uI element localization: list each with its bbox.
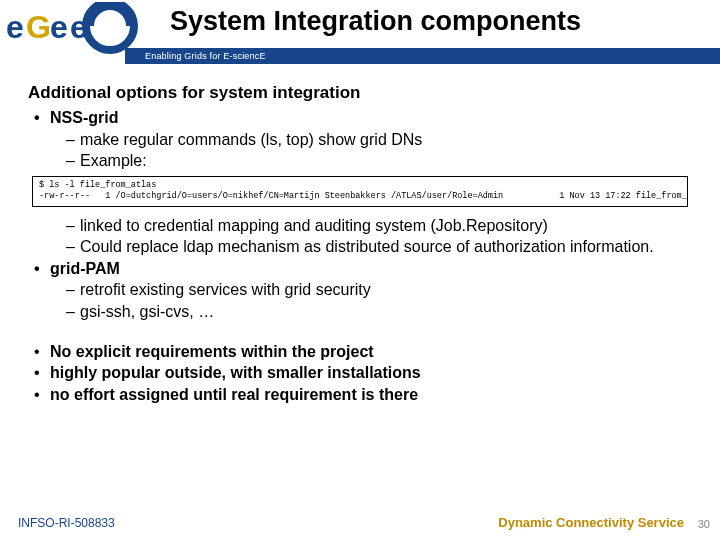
svg-text:e: e <box>6 9 24 45</box>
code-example: $ ls -l file_from_atlas -rw-r--r-- 1 /O=… <box>32 176 688 207</box>
slide-number: 30 <box>698 518 710 530</box>
section-heading: Additional options for system integratio… <box>28 82 692 105</box>
svg-text:G: G <box>26 9 51 45</box>
svg-text:e: e <box>50 9 68 45</box>
sub-item: linked to credential mapping and auditin… <box>28 215 692 237</box>
sub-item: gsi-ssh, gsi-cvs, … <box>28 301 692 323</box>
slide-body: Additional options for system integratio… <box>0 64 720 405</box>
bullet-final: no effort assigned until real requiremen… <box>28 384 692 406</box>
code-line: -rw-r--r-- 1 /O=dutchgrid/O=users/O=nikh… <box>39 191 688 201</box>
bullet-nss-grid: NSS-grid <box>28 107 692 129</box>
slide-footer: INFSO-RI-508833 Dynamic Connectivity Ser… <box>0 506 720 530</box>
svg-point-6 <box>94 10 126 42</box>
footer-right: Dynamic Connectivity Service <box>498 515 684 530</box>
slide-header: e G e e System Integration components En… <box>0 0 720 64</box>
footer-left: INFSO-RI-508833 <box>18 516 115 530</box>
slide-title: System Integration components <box>170 6 581 37</box>
bullet-final: No explicit requirements within the proj… <box>28 341 692 363</box>
code-line: $ ls -l file_from_atlas <box>39 180 156 190</box>
sub-item: Example: <box>28 150 692 172</box>
tagline-band: Enabling Grids for E-sciencE <box>125 48 720 64</box>
bullet-final: highly popular outside, with smaller ins… <box>28 362 692 384</box>
sub-item: make regular commands (ls, top) show gri… <box>28 129 692 151</box>
sub-item: retrofit existing services with grid sec… <box>28 279 692 301</box>
bullet-grid-pam: grid-PAM <box>28 258 692 280</box>
sub-item: Could replace ldap mechanism as distribu… <box>28 236 692 258</box>
